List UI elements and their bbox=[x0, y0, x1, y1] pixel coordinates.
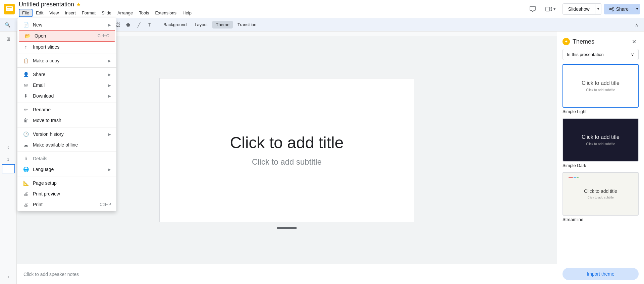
new-icon: 📄 bbox=[23, 22, 29, 27]
video-meet-button[interactable]: ▾ bbox=[541, 4, 560, 13]
menu-separator-6 bbox=[17, 176, 116, 176]
collapse-panel-button[interactable]: ‹ bbox=[4, 143, 13, 152]
version-icon: 🕐 bbox=[23, 131, 29, 137]
theme-item-streamline[interactable]: Click to add title Click to add subtitle… bbox=[562, 172, 639, 222]
slide-panel: ⊞ ‹ 1 ‹ bbox=[0, 32, 17, 284]
offline-label: Make available offline bbox=[33, 142, 111, 148]
trash-icon: 🗑 bbox=[23, 118, 29, 123]
rename-label: Rename bbox=[33, 107, 111, 112]
menu-item-insert[interactable]: Insert bbox=[62, 9, 78, 16]
themes-title: ✦ Themes bbox=[562, 38, 594, 45]
slide-progress-indicator bbox=[277, 227, 297, 229]
share-btn-group: Share ▾ bbox=[604, 4, 640, 14]
menu-item-rename[interactable]: ✏ Rename bbox=[17, 104, 116, 115]
menu-item-import-slides[interactable]: ↑ Import slides bbox=[17, 42, 116, 52]
grid-view-button[interactable]: ⊞ bbox=[4, 34, 13, 44]
menu-item-make-copy[interactable]: 📋 Make a copy ▶ bbox=[17, 55, 116, 66]
version-arrow-icon: ▶ bbox=[108, 132, 111, 136]
slide-content[interactable]: Click to add title Click to add subtitle bbox=[159, 78, 414, 222]
slideshow-button[interactable]: Slideshow bbox=[562, 3, 595, 15]
menu-item-format[interactable]: Format bbox=[79, 9, 98, 16]
menu-item-trash[interactable]: 🗑 Move to trash bbox=[17, 115, 116, 126]
menu-item-help[interactable]: Help bbox=[180, 9, 194, 16]
download-arrow-icon: ▶ bbox=[108, 94, 111, 98]
slide-title: Click to add title bbox=[230, 133, 344, 152]
insert-line-button[interactable]: ╱ bbox=[134, 20, 144, 30]
comments-button[interactable] bbox=[527, 3, 539, 15]
menu-item-slide[interactable]: Slide bbox=[99, 9, 114, 16]
theme-name-simple-dark: Simple Dark bbox=[562, 163, 639, 168]
version-label: Version history bbox=[33, 131, 104, 137]
close-themes-button[interactable]: ✕ bbox=[629, 37, 639, 46]
theme-name-streamline: Streamline bbox=[562, 217, 639, 222]
print-preview-icon: 🖨 bbox=[23, 191, 29, 196]
menu-item-version-history[interactable]: 🕐 Version history ▶ bbox=[17, 129, 116, 139]
star-icon[interactable]: ★ bbox=[76, 1, 81, 8]
menu-item-new[interactable]: 📄 New ▶ bbox=[17, 19, 116, 30]
slide-thumbnail-1[interactable] bbox=[2, 164, 15, 173]
theme-preview-title-streamline: Click to add title bbox=[584, 188, 617, 194]
share-button[interactable]: Share bbox=[604, 4, 634, 14]
rename-icon: ✏ bbox=[23, 107, 29, 112]
themes-header: ✦ Themes ✕ bbox=[557, 32, 644, 49]
collapse-toolbar-button[interactable]: ∧ bbox=[632, 20, 641, 30]
layout-button[interactable]: Layout bbox=[191, 21, 211, 29]
top-right: ▾ Slideshow ▾ Share ▾ bbox=[527, 3, 640, 15]
menu-item-extensions[interactable]: Extensions bbox=[153, 9, 179, 16]
offline-icon: ☁ bbox=[23, 142, 29, 148]
svg-line-6 bbox=[611, 9, 612, 10]
insert-textbox-button[interactable]: T bbox=[145, 20, 154, 30]
share-arrow-icon: ▶ bbox=[108, 73, 111, 76]
theme-item-simple-dark[interactable]: Click to add title Click to add subtitle… bbox=[562, 118, 639, 168]
slideshow-dropdown-button[interactable]: ▾ bbox=[595, 3, 601, 15]
theme-preview-simple-light: Click to add title Click to add subtitle bbox=[562, 64, 639, 108]
import-slides-label: Import slides bbox=[33, 44, 111, 50]
in-presentation-dropdown[interactable]: In this presentation ∨ bbox=[562, 49, 639, 60]
menu-item-language[interactable]: 🌐 Language ▶ bbox=[17, 164, 116, 175]
bottom-collapse-btn[interactable]: ‹ bbox=[4, 272, 13, 281]
transition-button[interactable]: Transition bbox=[234, 21, 260, 29]
theme-preview-subtitle-streamline: Click to add subtitle bbox=[587, 196, 613, 199]
doc-title: Untitled presentation ★ bbox=[19, 1, 194, 8]
title-area: Untitled presentation ★ File Edit View I… bbox=[19, 1, 194, 17]
menu-item-download[interactable]: ⬇ Download ▶ bbox=[17, 91, 116, 101]
menu-item-open[interactable]: 📂 Open Ctrl+O bbox=[19, 30, 115, 42]
menu-item-tools[interactable]: Tools bbox=[136, 9, 152, 16]
slide-subtitle: Click to add subtitle bbox=[252, 157, 322, 167]
menu-item-offline[interactable]: ☁ Make available offline bbox=[17, 139, 116, 150]
theme-preview-streamline: Click to add title Click to add subtitle bbox=[562, 172, 639, 216]
share-label-menu: Share bbox=[33, 72, 104, 77]
menu-item-print-preview[interactable]: 🖨 Print preview bbox=[17, 188, 116, 199]
share-dropdown-button[interactable]: ▾ bbox=[634, 4, 640, 14]
themes-title-text: Themes bbox=[573, 38, 594, 45]
download-icon: ⬇ bbox=[23, 93, 29, 99]
menu-item-print[interactable]: 🖨 Print Ctrl+P bbox=[17, 199, 116, 210]
menu-item-file[interactable]: File bbox=[19, 9, 33, 17]
import-theme-button[interactable]: Import theme bbox=[562, 268, 639, 280]
menu-item-email[interactable]: ✉ Email ▶ bbox=[17, 80, 116, 91]
svg-line-5 bbox=[611, 8, 612, 9]
details-icon: ℹ bbox=[23, 156, 29, 161]
doc-title-text[interactable]: Untitled presentation bbox=[19, 1, 74, 8]
menu-item-view[interactable]: View bbox=[47, 9, 61, 16]
svg-rect-2 bbox=[7, 7, 12, 8]
notes-area[interactable]: Click to add speaker notes bbox=[17, 264, 557, 284]
menu-separator-4 bbox=[17, 127, 116, 127]
themes-icon: ✦ bbox=[562, 38, 570, 45]
search-button[interactable]: 🔍 bbox=[3, 20, 12, 30]
in-presentation-label: In this presentation bbox=[567, 52, 604, 57]
menu-item-edit[interactable]: Edit bbox=[33, 9, 46, 16]
background-button[interactable]: Background bbox=[160, 21, 190, 29]
print-preview-label: Print preview bbox=[33, 191, 111, 196]
menu-item-share[interactable]: 👤 Share ▶ bbox=[17, 69, 116, 80]
insert-shape-button[interactable]: ⬟ bbox=[123, 20, 133, 30]
email-arrow-icon: ▶ bbox=[108, 83, 111, 87]
import-slides-icon: ↑ bbox=[23, 44, 29, 50]
share-icon: 👤 bbox=[23, 72, 29, 77]
theme-preview-subtitle-light: Click to add subtitle bbox=[586, 88, 615, 92]
menu-separator-1 bbox=[17, 54, 116, 54]
menu-item-page-setup[interactable]: 📐 Page setup bbox=[17, 178, 116, 188]
menu-item-arrange[interactable]: Arrange bbox=[115, 9, 136, 16]
theme-button[interactable]: Theme bbox=[212, 21, 232, 29]
theme-item-simple-light[interactable]: Click to add title Click to add subtitle… bbox=[562, 64, 639, 114]
